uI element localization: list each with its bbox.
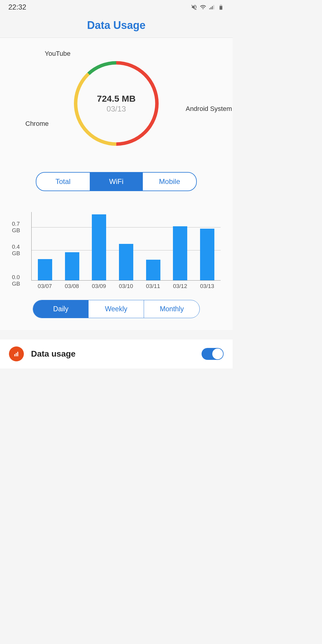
donut-label-chrome: Chrome [25, 120, 49, 128]
x-tick: 03/09 [85, 283, 112, 290]
x-tick: 03/10 [112, 283, 140, 290]
bar[interactable] [146, 260, 160, 280]
bar-wrapper [113, 212, 140, 280]
bar-wrapper [140, 212, 167, 280]
x-tick: 03/08 [58, 283, 86, 290]
bar-x-axis: 03/0703/0803/0903/1003/1103/1203/13 [31, 283, 221, 290]
y-tick: 0.0 GB [12, 274, 28, 287]
y-tick: 0.7 GB [12, 221, 28, 234]
donut-date: 03/13 [97, 104, 136, 114]
bar[interactable] [38, 259, 52, 280]
svg-rect-1 [210, 7, 211, 9]
donut-total-value: 724.5 MB [97, 94, 136, 104]
period-tab-monthly[interactable]: Monthly [144, 300, 199, 318]
setting-row-data-usage[interactable]: Data usage [0, 339, 233, 369]
tab-total[interactable]: Total [36, 173, 90, 191]
donut-label-youtube: YouTube [45, 50, 70, 58]
page-header: Data Usage [0, 14, 233, 38]
bar-wrapper [59, 212, 86, 280]
connection-type-tabs: TotalWiFiMobile [36, 172, 197, 191]
period-tab-daily[interactable]: Daily [33, 300, 89, 318]
x-tick: 03/07 [31, 283, 58, 290]
toggle-knob [212, 349, 223, 359]
x-tick: 03/12 [167, 283, 194, 290]
period-tab-weekly[interactable]: Weekly [89, 300, 144, 318]
bar[interactable] [92, 214, 106, 280]
status-icons [191, 4, 224, 10]
period-tabs: DailyWeeklyMonthly [33, 300, 200, 318]
donut-chart-container: YouTube Chrome Android System 724.5 MB 0… [6, 47, 227, 160]
svg-rect-9 [16, 353, 17, 356]
wifi-icon [200, 4, 206, 10]
data-usage-toggle[interactable] [202, 348, 224, 360]
signal-icon [209, 4, 215, 10]
bar[interactable] [119, 244, 133, 280]
setting-title-data-usage: Data usage [31, 349, 202, 359]
bar-chart-container: 0.0 GB0.4 GB0.7 GB 03/0703/0803/0903/100… [6, 212, 227, 290]
bar-wrapper [86, 212, 113, 280]
bar-chart[interactable]: 0.0 GB0.4 GB0.7 GB 03/0703/0803/0903/100… [31, 212, 221, 290]
status-time: 22:32 [8, 3, 26, 11]
tab-wifi[interactable]: WiFi [90, 173, 143, 191]
tab-mobile[interactable]: Mobile [143, 173, 196, 191]
bar-wrapper [32, 212, 59, 280]
settings-area: Data usage [0, 339, 233, 369]
svg-rect-4 [219, 6, 222, 10]
donut-label-android-system: Android System [186, 105, 232, 113]
y-tick: 0.4 GB [12, 244, 28, 257]
svg-rect-0 [209, 8, 210, 10]
svg-rect-2 [212, 6, 213, 9]
svg-rect-3 [213, 5, 214, 10]
bar-wrapper [167, 212, 194, 280]
svg-rect-10 [17, 352, 18, 356]
status-bar: 22:32 [0, 0, 233, 14]
x-tick: 03/13 [193, 283, 221, 290]
x-tick: 03/11 [140, 283, 167, 290]
bar[interactable] [65, 252, 79, 280]
donut-chart[interactable]: 724.5 MB 03/13 [73, 60, 160, 147]
bar[interactable] [200, 229, 214, 280]
mute-icon [191, 4, 197, 10]
svg-rect-8 [14, 354, 15, 356]
bar-y-axis: 0.0 GB0.4 GB0.7 GB [12, 212, 30, 281]
bar-wrapper [193, 212, 221, 280]
data-usage-icon [9, 346, 24, 361]
battery-icon [218, 4, 224, 10]
donut-center: 724.5 MB 03/13 [97, 94, 136, 114]
bar[interactable] [173, 226, 187, 280]
bar-plot-area [31, 212, 221, 281]
content-area: YouTube Chrome Android System 724.5 MB 0… [0, 38, 233, 330]
page-title: Data Usage [0, 19, 233, 32]
